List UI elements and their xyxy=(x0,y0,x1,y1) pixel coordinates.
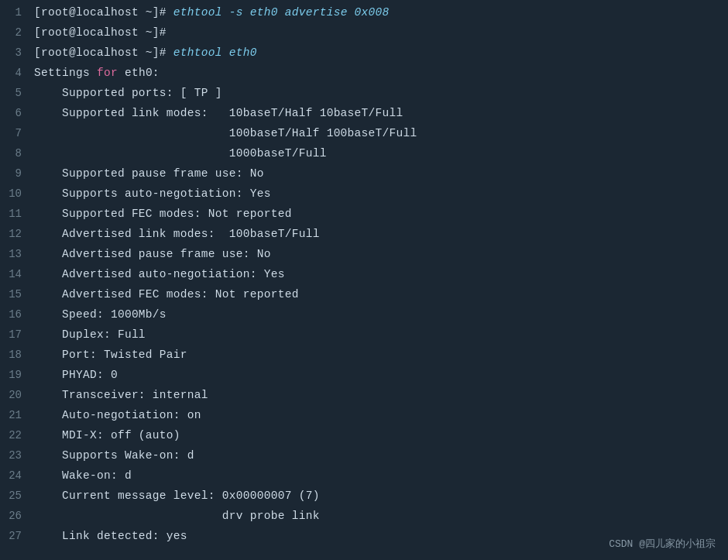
line-content: Wake-on: d xyxy=(34,469,132,482)
terminal-line: 4Settings for eth0: xyxy=(0,67,728,87)
line-content: 100baseT/Half 100baseT/Full xyxy=(34,127,417,139)
terminal-line: 17 Duplex: Full xyxy=(0,328,728,349)
terminal-line: 23 Supports Wake-on: d xyxy=(0,449,728,469)
terminal-line: 22 MDI-X: off (auto) xyxy=(0,429,728,449)
line-number: 15 xyxy=(6,288,34,301)
line-content: Supported FEC modes: Not reported xyxy=(34,208,292,220)
line-number: 20 xyxy=(6,389,34,401)
terminal-line: 14 Advertised auto-negotiation: Yes xyxy=(0,268,728,288)
line-number: 17 xyxy=(6,328,34,341)
line-number: 19 xyxy=(6,369,34,381)
line-number: 22 xyxy=(6,429,34,441)
terminal-line: 10 Supports auto-negotiation: Yes xyxy=(0,187,728,208)
line-content: Transceiver: internal xyxy=(34,389,208,401)
line-number: 2 xyxy=(6,26,34,39)
line-number: 13 xyxy=(6,248,34,260)
watermark: CSDN @四儿家的小祖宗 xyxy=(609,537,716,551)
terminal-line: 11 Supported FEC modes: Not reported xyxy=(0,208,728,228)
line-content: Port: Twisted Pair xyxy=(34,349,187,361)
line-number: 10 xyxy=(6,187,34,200)
terminal-line: 15 Advertised FEC modes: Not reported xyxy=(0,288,728,308)
line-content: [root@localhost ~]# ethtool eth0 xyxy=(34,46,257,59)
terminal-line: 26 drv probe link xyxy=(0,510,728,530)
line-content: Speed: 1000Mb/s xyxy=(34,308,167,321)
line-number: 3 xyxy=(6,46,34,59)
terminal-line: 1[root@localhost ~]# ethtool -s eth0 adv… xyxy=(0,6,728,26)
line-number: 8 xyxy=(6,147,34,160)
prompt-text: [root@localhost ~]# xyxy=(34,26,167,39)
line-number: 25 xyxy=(6,490,34,502)
line-number: 4 xyxy=(6,67,34,79)
line-content: Supports Wake-on: d xyxy=(34,449,194,462)
prompt-text: [root@localhost ~]# xyxy=(34,46,167,59)
line-content: Settings for eth0: xyxy=(34,67,160,79)
line-number: 23 xyxy=(6,449,34,462)
line-number: 14 xyxy=(6,268,34,280)
line-number: 27 xyxy=(6,530,34,542)
line-number: 7 xyxy=(6,127,34,139)
line-content: [root@localhost ~]# ethtool -s eth0 adve… xyxy=(34,6,390,19)
line-content: Duplex: Full xyxy=(34,328,146,341)
terminal-line: 9 Supported pause frame use: No xyxy=(0,167,728,187)
line-number: 9 xyxy=(6,167,34,180)
command-text: ethtool -s eth0 advertise 0x008 xyxy=(167,6,390,19)
terminal-line: 5 Supported ports: [ TP ] xyxy=(0,87,728,107)
keyword-for: for xyxy=(90,67,125,79)
line-number: 16 xyxy=(6,308,34,321)
line-number: 6 xyxy=(6,107,34,119)
line-number: 26 xyxy=(6,510,34,522)
line-number: 11 xyxy=(6,208,34,220)
line-number: 12 xyxy=(6,228,34,240)
terminal-line: 6 Supported link modes: 10baseT/Half 10b… xyxy=(0,107,728,127)
terminal-line: 8 1000baseT/Full xyxy=(0,147,728,167)
terminal-line: 3[root@localhost ~]# ethtool eth0 xyxy=(0,46,728,67)
line-number: 24 xyxy=(6,469,34,482)
line-content: Supports auto-negotiation: Yes xyxy=(34,187,271,200)
line-number: 21 xyxy=(6,409,34,421)
terminal-line: 25 Current message level: 0x00000007 (7) xyxy=(0,490,728,510)
terminal-line: 13 Advertised pause frame use: No xyxy=(0,248,728,268)
line-content: drv probe link xyxy=(34,510,320,522)
line-number: 5 xyxy=(6,87,34,99)
line-content: Current message level: 0x00000007 (7) xyxy=(34,490,320,502)
line-content: PHYAD: 0 xyxy=(34,369,118,381)
terminal-line: 12 Advertised link modes: 100baseT/Full xyxy=(0,228,728,248)
terminal-line: 7 100baseT/Half 100baseT/Full xyxy=(0,127,728,147)
line-content: Advertised link modes: 100baseT/Full xyxy=(34,228,320,240)
line-content: Supported link modes: 10baseT/Half 10bas… xyxy=(34,107,403,119)
terminal-line: 16 Speed: 1000Mb/s xyxy=(0,308,728,328)
line-number: 18 xyxy=(6,349,34,361)
line-number: 1 xyxy=(6,6,34,19)
line-content: Advertised pause frame use: No xyxy=(34,248,271,260)
terminal-line: 2[root@localhost ~]# xyxy=(0,26,728,46)
line-content: MDI-X: off (auto) xyxy=(34,429,180,441)
terminal-line: 24 Wake-on: d xyxy=(0,469,728,490)
line-content: Supported ports: [ TP ] xyxy=(34,87,222,99)
terminal-window: 1[root@localhost ~]# ethtool -s eth0 adv… xyxy=(0,0,728,560)
prompt-text: [root@localhost ~]# xyxy=(34,6,167,19)
line-content: 1000baseT/Full xyxy=(34,147,327,160)
line-content: [root@localhost ~]# xyxy=(34,26,167,39)
terminal-line: 18 Port: Twisted Pair xyxy=(0,349,728,369)
line-content: Link detected: yes xyxy=(34,530,187,542)
line-content: Supported pause frame use: No xyxy=(34,167,264,180)
terminal-line: 20 Transceiver: internal xyxy=(0,389,728,409)
line-content: Advertised FEC modes: Not reported xyxy=(34,288,299,301)
terminal-line: 19 PHYAD: 0 xyxy=(0,369,728,389)
line-content: Auto-negotiation: on xyxy=(34,409,201,421)
command-text: ethtool eth0 xyxy=(167,46,257,59)
line-content: Advertised auto-negotiation: Yes xyxy=(34,268,285,280)
terminal-line: 21 Auto-negotiation: on xyxy=(0,409,728,429)
